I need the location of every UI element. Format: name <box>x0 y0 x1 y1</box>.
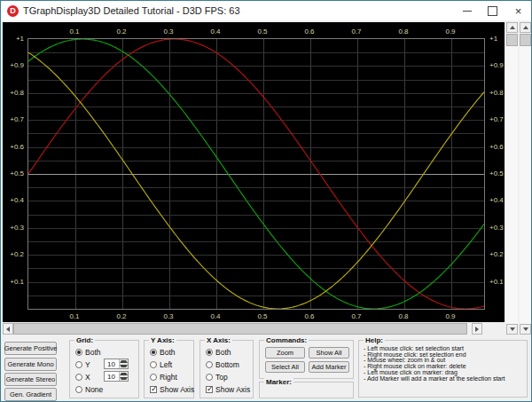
x-axis-tick-label: 0.9 <box>445 312 455 320</box>
radio-icon <box>206 361 213 368</box>
radio-icon <box>75 349 82 356</box>
arrow-right-icon <box>475 327 479 332</box>
spinner-down-icon[interactable] <box>120 376 128 381</box>
spinner-down-icon[interactable] <box>120 364 128 368</box>
title-bar: D TGraphDisplay3D Detailed Tutorial - D3… <box>1 1 531 20</box>
x-axis-tick-label: 0.7 <box>351 28 361 35</box>
scroll-up-button-1[interactable] <box>506 22 518 33</box>
radio-icon <box>206 374 213 381</box>
vertical-scroll-thumb-1[interactable] <box>506 34 518 46</box>
x-axis-group: X Axis: Both Bottom Top Show Axis <box>200 340 254 398</box>
x-axis-group-caption: X Axis: <box>205 336 232 344</box>
grid-option-x[interactable]: X <box>75 372 90 382</box>
y-axis-tick-label: +0.9 <box>489 61 504 69</box>
x-axis-tick-label: 0.1 <box>69 312 79 320</box>
gen-gradient-button[interactable]: Gen. Gradient <box>4 388 57 401</box>
y-axis-tick-label: +0.4 <box>10 196 24 204</box>
x-axis-tick-label: 0.6 <box>304 28 314 35</box>
grid-option-both[interactable]: Both <box>75 347 101 357</box>
x-axis-tick-label: 0.5 <box>257 312 267 320</box>
radio-icon <box>150 361 157 368</box>
option-label: X <box>85 373 90 382</box>
spinner-arrows <box>119 359 128 368</box>
x-axis-tick-label: 0.8 <box>398 28 408 35</box>
y-axis-tick-label: +1 <box>16 35 24 43</box>
add-marker-button[interactable]: Add Marker <box>309 361 349 373</box>
scroll-up-button-2[interactable] <box>520 22 531 33</box>
commands-group: Commands: Zoom Show All Select All Add M… <box>259 340 354 379</box>
y-axis-group-caption: Y Axis: <box>149 336 176 344</box>
y-axis-tick-label: +0.5 <box>489 169 504 177</box>
x-axis-option-bottom[interactable]: Bottom <box>206 359 239 369</box>
y-axis-tick-label: +0.8 <box>489 88 504 96</box>
y-axis-tick-label: +0.2 <box>489 250 504 258</box>
x-axis-tick-label: 0.9 <box>445 28 455 35</box>
app-icon: D <box>7 5 19 17</box>
scroll-left-button[interactable] <box>3 323 13 335</box>
help-line: - Add Marker will add a marker at the se… <box>364 376 527 382</box>
radio-icon <box>206 349 213 356</box>
option-label: Both <box>85 348 101 357</box>
series-green-sine <box>28 39 484 309</box>
grid-option-y[interactable]: Y <box>75 359 90 369</box>
x-axis-option-top[interactable]: Top <box>206 372 228 382</box>
y-axis-labels-right: +1+0.9+0.8+0.7+0.6+0.5+0.4+0.3+0.2+0.1 <box>489 38 505 308</box>
scroll-right-button[interactable] <box>472 323 482 335</box>
x-axis-show-axis-checkbox[interactable]: Show Axis <box>206 384 250 394</box>
y-axis-tick-label: +1 <box>489 35 497 43</box>
maximize-button[interactable] <box>480 1 505 20</box>
x-axis-tick-label: 0.4 <box>210 312 220 320</box>
generate-positive-button[interactable]: Generate Positive <box>4 342 57 355</box>
arrow-left-icon <box>6 327 10 332</box>
option-label: Top <box>215 373 228 382</box>
x-axis-tick-label: 0.4 <box>210 28 220 35</box>
radio-icon <box>75 386 82 393</box>
y-axis-option-right[interactable]: Right <box>150 372 177 382</box>
zoom-button[interactable]: Zoom <box>265 347 305 359</box>
generate-stereo-button[interactable]: Generate Stereo <box>4 373 57 386</box>
maximize-icon <box>488 6 497 16</box>
arrow-up-icon <box>510 26 515 29</box>
y-axis-show-axis-checkbox[interactable]: Show Axis <box>150 384 194 394</box>
horizontal-scrollbar[interactable] <box>3 323 482 335</box>
y-axis-tick-label: +0.7 <box>489 115 504 123</box>
y-axis-group: Y Axis: Both Left Right Show Axis <box>144 340 194 398</box>
scroll-down-button-1[interactable] <box>506 324 518 335</box>
show-all-button[interactable]: Show All <box>309 347 349 359</box>
option-label: Bottom <box>215 360 239 369</box>
grid-y-count-spinner[interactable]: 10 <box>104 359 129 369</box>
y-axis-option-left[interactable]: Left <box>150 359 172 369</box>
y-axis-tick-label: +0.2 <box>10 250 24 258</box>
option-label: Left <box>160 360 172 369</box>
x-axis-tick-label: 0.7 <box>351 312 361 320</box>
x-axis-tick-label: 0.3 <box>163 28 173 35</box>
arrow-down-icon <box>523 327 528 331</box>
option-label: None <box>85 385 103 394</box>
close-button[interactable]: × <box>505 1 531 20</box>
window-title: TGraphDisplay3D Detailed Tutorial - D3D … <box>23 5 240 16</box>
y-axis-option-both[interactable]: Both <box>150 347 176 357</box>
scroll-down-button-2[interactable] <box>520 324 531 335</box>
spinner-arrows <box>119 372 128 381</box>
y-axis-tick-label: +0.6 <box>489 142 504 150</box>
x-axis-option-both[interactable]: Both <box>206 347 231 357</box>
y-axis-tick-label: +0.6 <box>10 142 24 150</box>
vertical-scroll-thumb-2[interactable] <box>520 34 531 46</box>
checkbox-icon <box>150 386 157 393</box>
marker-group: Marker: <box>259 382 354 398</box>
generate-mono-button[interactable]: Generate Mono <box>4 358 57 371</box>
horizontal-scroll-thumb[interactable] <box>13 323 467 335</box>
grid-option-none[interactable]: None <box>75 384 103 394</box>
vertical-scrollbar-2[interactable] <box>520 22 531 335</box>
minimize-button[interactable] <box>454 1 480 20</box>
select-all-button[interactable]: Select All <box>265 361 305 373</box>
help-text: - Left mouse click: set selection start … <box>359 341 527 382</box>
x-axis-tick-label: 0.8 <box>398 312 408 320</box>
help-group-caption: Help: <box>364 336 385 344</box>
vertical-scrollbar-1[interactable] <box>506 22 518 335</box>
close-icon: × <box>515 5 522 17</box>
y-axis-tick-label: +0.3 <box>10 223 24 231</box>
arrow-down-icon <box>510 327 515 331</box>
plot-area[interactable] <box>27 38 485 310</box>
grid-x-count-spinner[interactable]: 10 <box>104 371 129 382</box>
